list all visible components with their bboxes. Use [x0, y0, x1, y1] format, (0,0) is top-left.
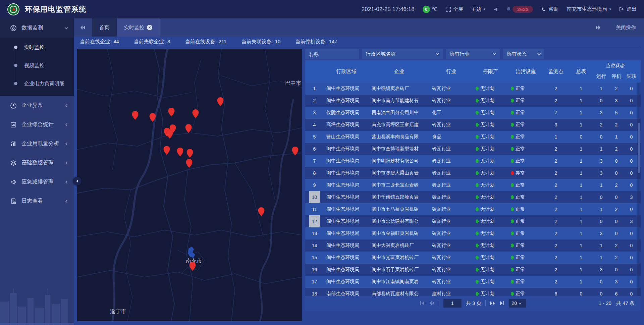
- map-pin-icon[interactable]: [186, 159, 193, 169]
- status-stat: 当前在线企业: 44: [80, 39, 119, 45]
- cell-region: 南部生态环境局: [324, 291, 369, 296]
- map-pin-icon[interactable]: [132, 111, 139, 121]
- map-pin-icon[interactable]: [177, 148, 183, 158]
- table-row[interactable]: 15 阆中生态环境局 阆中市光富页岩机砖厂 砖瓦行业 无计划: [305, 252, 641, 264]
- name-search-input[interactable]: [305, 49, 359, 59]
- table-row[interactable]: 4 高坪生态环境局 南充市高坪区王家店建 砖瓦行业 无计划: [305, 119, 641, 131]
- status-select[interactable]: 所有状态: [503, 49, 544, 59]
- page-number-input[interactable]: [443, 299, 462, 308]
- table-row[interactable]: 2 阆中生态环境局 阆中市南方节能建材有 砖瓦行业 无计划: [305, 95, 641, 107]
- map-pin-icon[interactable]: [185, 124, 192, 134]
- cell-company: 阆中大兴页岩机砖厂: [369, 242, 429, 249]
- mute-button[interactable]: [493, 7, 498, 12]
- status-dot-icon: [511, 171, 514, 175]
- close-tab-icon[interactable]: ×: [147, 25, 152, 30]
- temperature-indicator: 0 ℃: [423, 6, 438, 13]
- table-row[interactable]: 6 阆中生态环境局 阆中市金博瑞新型墙材 砖瓦行业 无计划: [305, 143, 641, 155]
- sidebar-item-base-data-management[interactable]: 基础数据管理: [0, 153, 74, 172]
- next-page-button[interactable]: [490, 301, 495, 306]
- tabs-scroll-left-button[interactable]: [74, 18, 92, 37]
- sidebar-item-enterprise-statistics[interactable]: 企业综合统计: [0, 115, 74, 134]
- previous-page-button[interactable]: [429, 301, 435, 306]
- cell-industry: 建材行业: [429, 291, 473, 296]
- sidebar-item-data-monitoring[interactable]: 数据监测: [0, 18, 74, 38]
- cell-region: 阆中生态环境局: [324, 206, 369, 212]
- sidebar-item-electricity-analysis[interactable]: 企业用电量分析: [0, 134, 74, 153]
- tab-home[interactable]: 首页: [92, 18, 117, 37]
- sidebar-item-emergency-reduction[interactable]: 应急减排管理: [0, 172, 74, 192]
- map-panel[interactable]: 巴中市 南充市 遂宁市: [77, 49, 302, 321]
- map-pin-icon[interactable]: [217, 97, 224, 107]
- notifications-button[interactable]: 2632: [506, 6, 533, 13]
- sidebar-item-realtime-monitoring[interactable]: 实时监控: [0, 38, 74, 56]
- table-row[interactable]: 9 阆中生态环境局 阆中市二龙长宝页岩砖 砖瓦行业 无计划: [305, 179, 641, 191]
- cell-monitor-points: 2: [543, 255, 569, 260]
- sidebar-item-video-monitoring[interactable]: 视频监控: [0, 56, 74, 74]
- fullscreen-button[interactable]: 全屏: [446, 6, 463, 12]
- table-row[interactable]: 10 阆中生态环境局 阆中千佛镇五郎垭页岩 砖瓦行业 无计划: [305, 191, 641, 203]
- industry-select[interactable]: 所有行业: [446, 49, 500, 59]
- scrollbar-thumb[interactable]: [638, 123, 640, 173]
- cell-index: 6: [305, 143, 324, 155]
- tab-realtime-monitoring[interactable]: 实时监控 ×: [117, 18, 160, 37]
- cell-pollution-facility: 正常: [508, 86, 543, 92]
- map-pin-icon[interactable]: [187, 149, 193, 159]
- table-row[interactable]: 14 阆中生态环境局 阆中大兴页岩机砖厂 砖瓦行业 无计划: [305, 239, 641, 252]
- map-pin-icon[interactable]: [193, 109, 199, 119]
- cell-disconnected: 0: [624, 146, 639, 152]
- double-chevron-left-icon: [429, 301, 435, 306]
- cell-index: 2: [305, 95, 324, 107]
- map-collapse-handle[interactable]: [73, 177, 82, 185]
- table-row[interactable]: 16 阆中生态环境局 阆中市石子页岩机砖厂 砖瓦行业 无计划: [305, 264, 641, 276]
- cell-main-meter: 1: [569, 255, 594, 260]
- cell-pollution-facility: 正常: [508, 206, 543, 212]
- region-select[interactable]: 行政区域名称: [362, 49, 443, 59]
- map-pin-icon[interactable]: [190, 262, 196, 272]
- chevron-left-icon: [64, 104, 68, 108]
- sidebar-item-label: 企业异常: [21, 102, 43, 109]
- cell-production-limit: 无计划: [473, 146, 508, 152]
- map-pin-icon[interactable]: [167, 130, 173, 140]
- table-row[interactable]: 13 阆中生态环境局 阆中市金福旺页岩机砖 砖瓦行业 无计划: [305, 227, 641, 239]
- table-row[interactable]: 7 阆中生态环境局 阆中明阳建材有限公司 砖瓦行业 无计划: [305, 155, 641, 167]
- table-row[interactable]: 1 阆中生态环境局 阆中强锐页岩砖厂 砖瓦行业 无计划: [305, 83, 641, 95]
- help-button[interactable]: 帮助: [541, 6, 558, 12]
- table-row[interactable]: 5 营山生态环境局 营山县润丰肉食品有限 食品 无计划: [305, 131, 641, 143]
- org-user-dropdown[interactable]: 南充市生态环境局 ▾: [567, 6, 611, 12]
- map-pin-icon[interactable]: [258, 207, 265, 217]
- map-pin-icon[interactable]: [164, 146, 170, 156]
- cell-region: 阆中生态环境局: [324, 98, 369, 104]
- cell-running: 1: [594, 243, 609, 248]
- first-page-button[interactable]: [420, 301, 425, 306]
- theme-dropdown[interactable]: 主题 ▾: [471, 6, 486, 12]
- col-header-production-limit: 停限产: [473, 60, 508, 83]
- table-row[interactable]: 8 阆中生态环境局 阆中市枣碧大梁山页岩 砖瓦行业 无计划: [305, 167, 641, 179]
- chevron-left-icon: [75, 179, 79, 183]
- sidebar-item-enterprise-abnormal[interactable]: 企业异常: [0, 96, 74, 115]
- table-row[interactable]: 12 阆中生态环境局 阆中市忠信建材有限公 砖瓦行业 无计划: [305, 215, 641, 227]
- map-pin-icon[interactable]: [150, 113, 156, 123]
- tabs-scroll-right-button[interactable]: [589, 25, 607, 30]
- cell-production-limit: 无计划: [473, 122, 508, 128]
- cell-stopped: 2: [609, 243, 624, 248]
- sidebar-item-log-view[interactable]: 日志查看: [0, 192, 74, 211]
- status-dot-icon: [476, 147, 479, 151]
- close-operations-button[interactable]: 关闭操作: [616, 24, 636, 31]
- cell-monitor-points: 7: [543, 110, 569, 115]
- table-row[interactable]: 17 阆中生态环境局 阆中市江南镇阆南页岩 砖瓦行业 无计划: [305, 276, 641, 288]
- table-row[interactable]: 11 阆中生态环境局 阆中市五马桥页岩机砖 砖瓦行业 无计划: [305, 203, 641, 215]
- last-page-button[interactable]: [499, 301, 505, 306]
- table-row[interactable]: 18 南部生态环境局 南部县砖瓦建材有限公 建材行业 无计划: [305, 288, 641, 296]
- table-row[interactable]: 3 仪陇生态环境局 西南油气田分公司川中 化工 无计划: [305, 107, 641, 119]
- map-pin-icon[interactable]: [168, 108, 175, 118]
- status-dot-icon: [511, 183, 514, 187]
- page-size-select[interactable]: 20: [509, 299, 526, 308]
- cell-pollution-facility: 正常: [508, 134, 543, 140]
- sidebar-item-power-load-detail[interactable]: 企业电力负荷明细: [0, 74, 74, 93]
- map-pin-icon[interactable]: [292, 147, 299, 157]
- cell-company: 阆中市江南镇阆南页岩: [369, 279, 429, 285]
- table-scrollbar[interactable]: [637, 83, 641, 296]
- logout-button[interactable]: 退出: [619, 6, 637, 12]
- cell-disconnected: 0: [624, 170, 639, 176]
- stat-label: 当前失联企业:: [134, 39, 165, 45]
